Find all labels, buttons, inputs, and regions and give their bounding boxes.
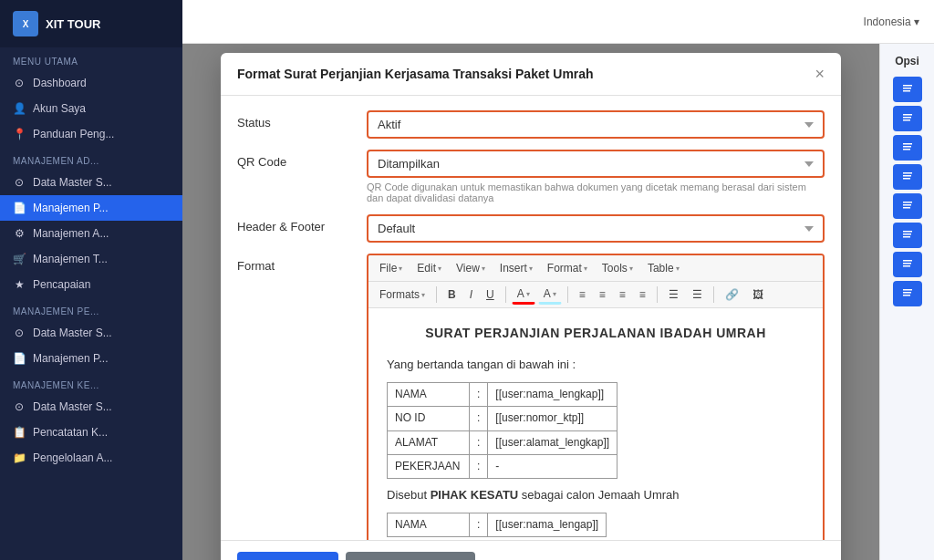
sidebar-item-dashboard[interactable]: ⊙ Dashboard xyxy=(0,70,182,96)
sidebar-item-panduan[interactable]: 📍 Panduan Peng... xyxy=(0,121,182,147)
pengelolaan-icon: 📁 xyxy=(13,451,26,464)
sep-noid: : xyxy=(470,407,488,430)
opsi-header: Opsi xyxy=(884,51,930,75)
field-noid: NO ID xyxy=(388,407,470,430)
qrcode-select[interactable]: Ditampilkan Disembunyikan xyxy=(367,150,825,178)
logo-text: XIT TOUR xyxy=(46,17,100,31)
table-menu[interactable]: Table ▾ xyxy=(642,259,685,277)
link-button[interactable]: 🔗 xyxy=(720,285,744,304)
header-footer-label: Header & Footer xyxy=(237,214,356,233)
language-selector[interactable]: Indonesia ▾ xyxy=(864,16,919,28)
sidebar-item-label: Pengelolaan A... xyxy=(33,451,112,464)
svg-rect-6 xyxy=(903,149,910,150)
editor-content[interactable]: SURAT PERJANJIAN PERJALANAN IBADAH UMRAH… xyxy=(368,308,823,540)
edit2-icon xyxy=(901,112,914,125)
sidebar-item-data-master-ke[interactable]: ⊙ Data Master S... xyxy=(0,394,182,420)
format-menu[interactable]: Format ▾ xyxy=(542,259,593,277)
bg-color-button[interactable]: A ▾ xyxy=(538,285,562,305)
toolbar-sep2 xyxy=(505,286,506,303)
ol-button[interactable]: ☰ xyxy=(663,285,684,304)
view-menu[interactable]: View ▾ xyxy=(451,259,491,277)
align-justify-button[interactable]: ≡ xyxy=(634,285,651,304)
value-alamat: [[user:alamat_lengkap]] xyxy=(488,430,617,454)
sidebar-item-manajemen-p[interactable]: 📄 Manajemen P... xyxy=(0,195,182,221)
manage-p2-icon: 📄 xyxy=(13,352,26,365)
table-row: ALAMAT : [[user:alamat_lengkap]] xyxy=(388,430,617,454)
status-select[interactable]: Aktif Tidak Aktif xyxy=(367,110,825,139)
sidebar-item-manajemen-t[interactable]: 🛒 Manajemen T... xyxy=(0,246,182,272)
edit-caret: ▾ xyxy=(438,264,441,273)
sidebar-item-akun[interactable]: 👤 Akun Saya xyxy=(0,96,182,121)
format-row: Format File ▾ Edit ▾ View ▾ Insert ▾ xyxy=(237,254,825,540)
qrcode-label: QR Code xyxy=(237,150,356,169)
sidebar-item-pencapaian[interactable]: ★ Pencapaian xyxy=(0,272,182,297)
data-per-icon: ⊙ xyxy=(13,327,26,339)
svg-rect-23 xyxy=(903,292,911,294)
header-footer-select[interactable]: Default Custom xyxy=(367,214,825,243)
ul-button[interactable]: ☰ xyxy=(687,285,708,304)
image-button[interactable]: 🖼 xyxy=(747,285,769,304)
sidebar-section-menu-utama: MENU UTAMA xyxy=(0,47,182,70)
align-center-button[interactable]: ≡ xyxy=(594,285,611,304)
modal-close-button[interactable]: × xyxy=(815,66,825,82)
field-nama2: NAMA xyxy=(388,513,470,536)
formats-dropdown[interactable]: Formats ▾ xyxy=(374,285,431,304)
sidebar-item-pencatatan[interactable]: 📋 Pencatatan K... xyxy=(0,420,182,445)
value-pekerjaan: - xyxy=(488,454,617,478)
sep-pekerjaan: : xyxy=(470,454,488,478)
tools-menu[interactable]: Tools ▾ xyxy=(597,259,638,277)
opsi-btn-1[interactable] xyxy=(893,77,922,102)
table-caret: ▾ xyxy=(676,264,680,273)
sidebar-item-pengelolaan[interactable]: 📁 Pengelolaan A... xyxy=(0,445,182,471)
opsi-btn-7[interactable] xyxy=(893,252,922,277)
align-right-button[interactable]: ≡ xyxy=(614,285,631,304)
manage-icon: 📄 xyxy=(13,202,26,214)
opsi-btn-2[interactable] xyxy=(893,106,922,131)
align-left-button[interactable]: ≡ xyxy=(574,285,591,304)
svg-rect-21 xyxy=(903,295,910,296)
svg-rect-10 xyxy=(903,172,912,174)
sep-alamat: : xyxy=(470,430,488,454)
sidebar-item-data-master-per[interactable]: ⊙ Data Master S... xyxy=(0,320,182,346)
opsi-column: Opsi xyxy=(879,44,934,560)
opsi-btn-6[interactable] xyxy=(893,223,922,248)
data-ke-icon: ⊙ xyxy=(13,400,26,413)
sidebar-item-data-master[interactable]: ⊙ Data Master S... xyxy=(0,170,182,195)
edit-menu[interactable]: Edit ▾ xyxy=(411,259,447,277)
opsi-btn-5[interactable] xyxy=(893,193,922,219)
file-menu[interactable]: File ▾ xyxy=(374,259,408,277)
sidebar-logo: X XIT TOUR xyxy=(0,0,182,47)
format-caret: ▾ xyxy=(584,264,587,273)
sidebar-item-label: Data Master S... xyxy=(33,400,112,413)
opsi-btn-4[interactable] xyxy=(893,164,922,190)
opsi-btn-3[interactable] xyxy=(893,135,922,161)
editor-table1: NAMA : [[user:nama_lengkap]] NO ID : xyxy=(387,382,617,479)
sidebar-item-label: Panduan Peng... xyxy=(33,128,114,140)
table-row: NO ID : [[user:nomor_ktp]] xyxy=(388,407,617,430)
preview-button[interactable]: Preview Dokumen xyxy=(346,552,475,560)
qrcode-row: QR Code Ditampilkan Disembunyikan QR Cod… xyxy=(237,150,825,203)
modal-footer: Simpan Data Preview Dokumen xyxy=(221,540,841,560)
toolbar-sep5 xyxy=(713,286,714,303)
font-color-button[interactable]: A ▾ xyxy=(512,285,535,305)
table-row: NAMA : [[user:nama_lengkap]] xyxy=(388,383,617,407)
sidebar-item-manajemen-p2[interactable]: 📄 Manajemen P... xyxy=(0,346,182,371)
opsi-btn-8[interactable] xyxy=(893,281,922,306)
svg-rect-8 xyxy=(903,146,911,148)
sidebar-item-manajemen-a[interactable]: ⚙ Manajemen A... xyxy=(0,221,182,246)
user-icon: 👤 xyxy=(13,102,26,115)
bg-color-caret: ▾ xyxy=(553,290,556,298)
save-button[interactable]: Simpan Data xyxy=(237,552,338,560)
formats-caret: ▾ xyxy=(421,291,425,299)
editor-toolbar1: File ▾ Edit ▾ View ▾ Insert ▾ Format ▾ T… xyxy=(368,255,823,282)
svg-rect-1 xyxy=(903,85,912,87)
italic-button[interactable]: I xyxy=(464,285,478,304)
bold-button[interactable]: B xyxy=(442,285,462,304)
sidebar-item-label: Pencapaian xyxy=(33,278,90,291)
svg-rect-9 xyxy=(903,178,910,180)
edit3-icon xyxy=(901,141,914,154)
svg-rect-22 xyxy=(903,289,912,291)
insert-menu[interactable]: Insert ▾ xyxy=(494,259,538,277)
underline-button[interactable]: U xyxy=(481,285,500,304)
view-caret: ▾ xyxy=(482,264,485,273)
